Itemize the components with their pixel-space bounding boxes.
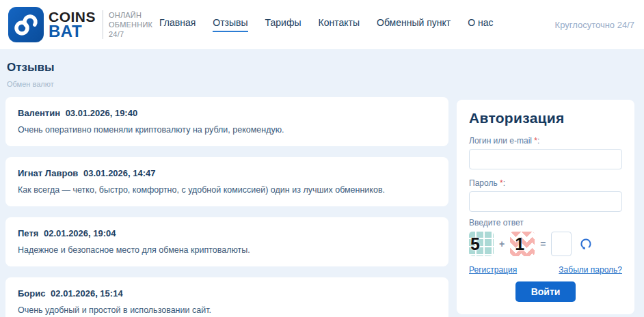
review-card: Игнат Лавров 03.01.2026, 14:47 Как всегд… xyxy=(5,157,448,206)
reviews-list: Валентин 03.01.2026, 19:40 Очень операти… xyxy=(5,97,448,317)
main-nav: Главная Отзывы Тарифы Контакты Обменный … xyxy=(159,17,494,32)
captcha-answer-input[interactable] xyxy=(551,232,572,256)
page-title: Отзывы xyxy=(7,60,634,75)
register-link[interactable]: Регистрация xyxy=(469,265,517,275)
plus-sign: + xyxy=(499,238,505,249)
review-header: Борис 02.01.2026, 15:14 xyxy=(18,288,436,299)
logo-text-bat: BAT xyxy=(49,24,96,40)
captcha-digit-image-2: 1 xyxy=(510,232,535,256)
logo-divider xyxy=(103,10,103,39)
review-date: 02.01.2026, 19:04 xyxy=(44,228,116,238)
review-text: Очень удобный и простой в использовании … xyxy=(18,305,436,316)
review-date: 03.01.2026, 19:40 xyxy=(66,108,138,118)
captcha-row: 5 + 1 = xyxy=(469,232,622,256)
review-date: 02.01.2026, 15:14 xyxy=(51,288,123,299)
auth-title: Авторизация xyxy=(469,109,622,127)
review-author: Валентин xyxy=(18,108,60,118)
nav-item-obmenny-punkt[interactable]: Обменный пункт xyxy=(377,17,451,32)
review-card: Борис 02.01.2026, 15:14 Очень удобный и … xyxy=(5,277,448,317)
review-header: Петя 02.01.2026, 19:04 xyxy=(18,228,436,239)
auth-links: Регистрация Забыли пароль? xyxy=(469,265,622,275)
nav-item-tarify[interactable]: Тарифы xyxy=(265,17,301,32)
login-input[interactable] xyxy=(469,149,622,169)
password-label: Пароль *: xyxy=(469,178,622,189)
captcha-label: Введите ответ xyxy=(469,218,622,228)
nav-item-otzyvy[interactable]: Отзывы xyxy=(213,17,247,32)
captcha-refresh-button[interactable] xyxy=(578,236,593,251)
review-text: Очень оперативно поменяли криптовалюту н… xyxy=(18,125,436,135)
logo-tagline: ОНЛАЙН ОБМЕННИК 24/7 xyxy=(109,10,158,40)
content-columns: Валентин 03.01.2026, 19:40 Очень операти… xyxy=(5,97,634,317)
nav-item-o-nas[interactable]: О нас xyxy=(468,17,493,32)
coinsbat-logo-icon xyxy=(8,7,44,42)
review-author: Борис xyxy=(18,288,45,299)
header: COINS BAT ОНЛАЙН ОБМЕННИК 24/7 Главная О… xyxy=(0,0,644,49)
captcha-digit-2: 1 xyxy=(510,236,524,253)
review-header: Игнат Лавров 03.01.2026, 14:47 xyxy=(18,168,436,179)
logo-wordmark: COINS BAT xyxy=(49,10,96,40)
nav-item-glavnaya[interactable]: Главная xyxy=(159,17,196,32)
review-author: Игнат Лавров xyxy=(18,168,78,178)
main-content: Отзывы Обмен валют Валентин 03.01.2026, … xyxy=(0,49,644,317)
nav-item-kontakty[interactable]: Контакты xyxy=(319,17,360,32)
equals-sign: = xyxy=(540,238,546,249)
auth-panel: Авторизация Логин или e-mail *: Пароль *… xyxy=(457,100,634,314)
captcha-digit-image-1: 5 xyxy=(469,232,494,256)
review-card: Петя 02.01.2026, 19:04 Надежное и безопа… xyxy=(5,217,448,266)
password-input[interactable] xyxy=(469,191,622,212)
forgot-password-link[interactable]: Забыли пароль? xyxy=(559,265,622,275)
review-author: Петя xyxy=(18,228,38,238)
review-text: Надежное и безопасное место для обмена к… xyxy=(18,245,436,256)
review-date: 03.01.2026, 14:47 xyxy=(83,168,156,178)
login-submit-button[interactable]: Войти xyxy=(515,281,576,302)
refresh-icon xyxy=(578,236,593,251)
review-header: Валентин 03.01.2026, 19:40 xyxy=(18,108,436,119)
review-card: Валентин 03.01.2026, 19:40 Очень операти… xyxy=(5,97,448,146)
logo[interactable]: COINS BAT xyxy=(8,7,96,42)
captcha-digit-1: 5 xyxy=(469,236,480,253)
schedule-text: Круглосуточно 24/7 xyxy=(555,20,634,30)
review-text: Как всегда — четко, быстро, комфортно, с… xyxy=(18,185,436,195)
login-label: Логин или e-mail *: xyxy=(469,136,622,146)
breadcrumb: Обмен валют xyxy=(7,79,634,89)
